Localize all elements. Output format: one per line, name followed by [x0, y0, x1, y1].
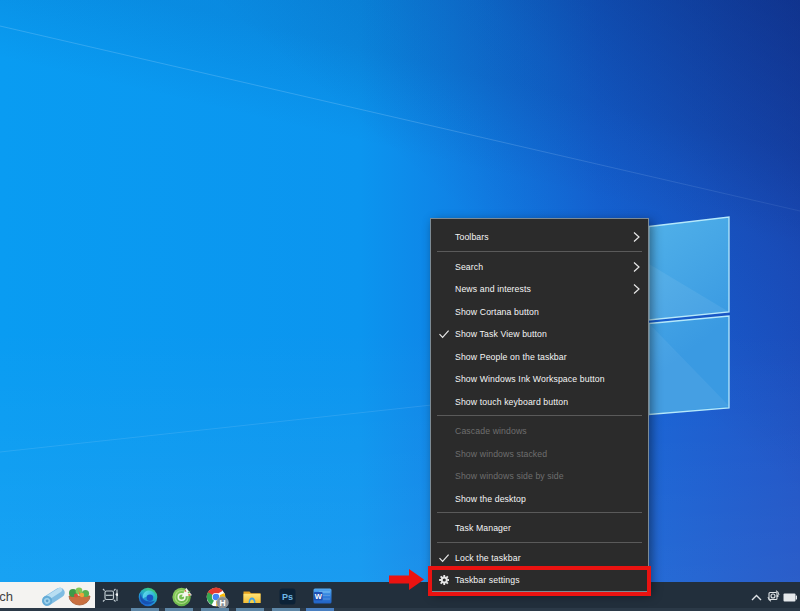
- svg-text:W: W: [315, 592, 323, 601]
- svg-text:Ps: Ps: [282, 592, 293, 602]
- svg-text:H: H: [219, 598, 225, 608]
